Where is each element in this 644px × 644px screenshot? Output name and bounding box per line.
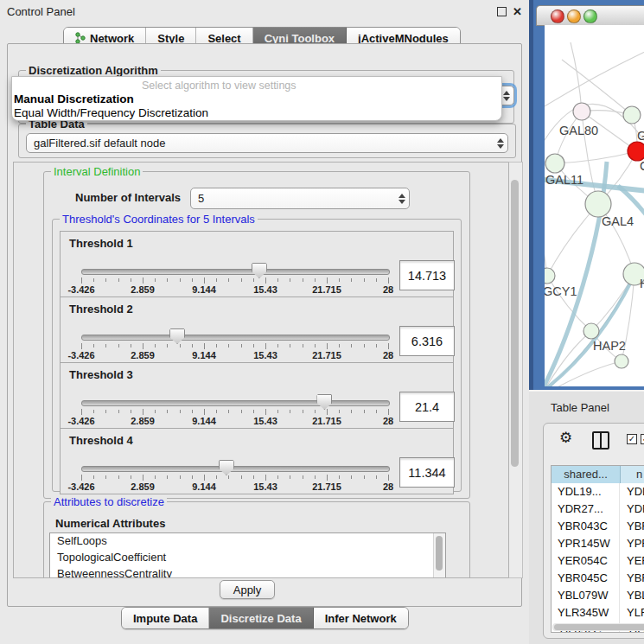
table-cell[interactable]: YDL1 (620, 483, 644, 501)
threshold-3-block: Threshold 3 -3.4262.8599.14415.4321.7152… (60, 363, 454, 429)
slider-tick (167, 475, 168, 479)
slider-thumb[interactable] (252, 263, 267, 278)
table-cell[interactable]: YPR145W (552, 535, 620, 552)
threshold-1-slider[interactable] (81, 269, 390, 275)
table-cell[interactable]: YBL079W (552, 587, 620, 604)
close-traffic-light[interactable] (551, 10, 564, 23)
table-row[interactable]: YBL079WYBL0 (552, 587, 644, 604)
table-cell[interactable]: YBR0 (620, 570, 644, 587)
list-item[interactable]: BetweennessCentrality (50, 566, 445, 578)
zoom-traffic-light[interactable] (583, 10, 597, 23)
threshold-4-value-field[interactable] (399, 457, 455, 488)
column-header-shared-name[interactable]: shared... (552, 466, 621, 483)
network-edge (545, 51, 644, 112)
threshold-1-value-field[interactable] (399, 260, 455, 290)
table-cell[interactable]: YBR0 (620, 518, 644, 535)
scrollbar-thumb[interactable] (511, 180, 519, 467)
network-node-label: GAL80 (559, 124, 598, 137)
slider-tick (167, 344, 168, 348)
gear-icon[interactable]: ⚙ (559, 429, 572, 446)
stepper-icon[interactable] (395, 194, 409, 204)
control-panel-titlebar: Control Panel ✕ (0, 0, 529, 22)
table-cell[interactable]: YBR045C (552, 570, 620, 587)
network-node-GCY1[interactable] (545, 268, 555, 284)
slider-tick (303, 344, 303, 348)
threshold-4-slider[interactable] (81, 466, 390, 472)
slider-tick (216, 475, 217, 479)
list-item[interactable]: SelfLoops (50, 533, 445, 550)
vertical-scrollbar[interactable] (508, 162, 523, 578)
slider-tick-label: -3.426 (67, 416, 94, 426)
column-layout-icon[interactable] (592, 431, 609, 450)
float-icon[interactable] (497, 7, 507, 16)
network-node-red-node[interactable] (628, 142, 644, 161)
table-row[interactable]: YPR145WYPR1 (552, 535, 644, 552)
table-row[interactable]: YDL19...YDL1 (552, 483, 644, 501)
tab-impute-data[interactable]: Impute Data (122, 608, 209, 628)
number-of-intervals-combobox[interactable]: 5 (190, 188, 410, 209)
tab-infer-network[interactable]: Infer Network (314, 608, 408, 628)
table-data-combobox[interactable]: galFiltered.sif default node (26, 133, 508, 153)
scrollbar-thumb[interactable] (554, 624, 644, 630)
slider-tick (277, 278, 278, 282)
minimize-traffic-light[interactable] (567, 10, 581, 23)
network-node-GA[interactable] (623, 106, 641, 124)
network-node-node-small[interactable] (615, 354, 628, 368)
slider-thumb[interactable] (169, 328, 185, 344)
dropdown-item-manual[interactable]: Manual Discretization (14, 92, 134, 105)
network-canvas[interactable]: GAL80GACGAL11GAL4GCY1HHAP2 (545, 25, 644, 386)
table-cell[interactable]: YLR3 (620, 604, 644, 622)
threshold-3-value-field[interactable] (399, 392, 455, 422)
slider-tick-label: 21.715 (312, 416, 341, 426)
close-icon[interactable]: ✕ (513, 5, 522, 18)
slider-tick (265, 277, 266, 284)
list-item[interactable]: TopologicalCoefficient (50, 550, 445, 566)
horizontal-scrollbar[interactable] (552, 623, 644, 631)
table-row[interactable]: YLR345WYLR3 (552, 604, 644, 622)
table-row[interactable]: YBR045CYBR0 (552, 570, 644, 587)
slider-tick (93, 410, 94, 413)
table-cell[interactable]: YBR043C (552, 518, 620, 535)
table-cell[interactable]: YER0 (620, 552, 644, 570)
threshold-2-slider[interactable] (81, 335, 390, 341)
apply-button[interactable]: Apply (220, 580, 275, 599)
slider-tick (253, 475, 254, 479)
slider-thumb[interactable] (316, 394, 332, 410)
table-row[interactable]: YBR043CYBR0 (552, 518, 644, 535)
slider-tick (105, 344, 106, 348)
network-node-label: GAL11 (545, 173, 583, 187)
table-row[interactable]: YER054CYER0 (552, 552, 644, 570)
slider-tick (327, 409, 328, 415)
table-row[interactable]: YDR27...YDR2 (552, 501, 644, 518)
network-node-GAL11[interactable] (545, 154, 564, 173)
slider-tick (241, 344, 242, 348)
threshold-3-slider[interactable] (81, 400, 390, 406)
slider-tick (253, 410, 254, 413)
network-node-GAL80[interactable] (573, 103, 590, 120)
slider-tick-label: 15.43 (253, 350, 277, 360)
slider-thumb[interactable] (219, 460, 234, 475)
number-of-intervals-label: Number of Intervals (75, 191, 181, 204)
network-node-GAL4[interactable] (585, 191, 611, 217)
slider-tick (216, 278, 217, 282)
dropdown-item-equal-width[interactable]: Equal Width/Frequency Discretization (14, 106, 208, 119)
table-cell[interactable]: YBL0 (620, 587, 644, 604)
threshold-2-value-field[interactable] (399, 326, 455, 356)
list-scrollbar[interactable] (433, 533, 445, 578)
checkbox-icon[interactable]: ✓ (641, 434, 644, 444)
table-cell[interactable]: YDR27... (552, 501, 620, 518)
checkbox-icon[interactable]: ✓ (627, 434, 637, 444)
stepper-icon[interactable] (494, 138, 507, 149)
network-node-HAP2[interactable] (583, 323, 599, 339)
slider-tick (364, 278, 365, 282)
table-cell[interactable]: YER054C (552, 552, 620, 570)
tab-discretize-data[interactable]: Discretize Data (209, 608, 313, 628)
slider-tick (290, 278, 290, 282)
table-cell[interactable]: YLR345W (552, 604, 620, 622)
thresholds-group: Threshold's Coordinates for 5 Intervals … (52, 219, 462, 492)
table-cell[interactable]: YDR2 (620, 501, 644, 518)
table-cell[interactable]: YDL19... (552, 483, 620, 501)
column-header-name[interactable]: n (621, 466, 644, 483)
threshold-1-block: Threshold 1 -3.4262.8599.14415.4321.7152… (60, 231, 454, 297)
table-cell[interactable]: YPR1 (620, 535, 644, 552)
